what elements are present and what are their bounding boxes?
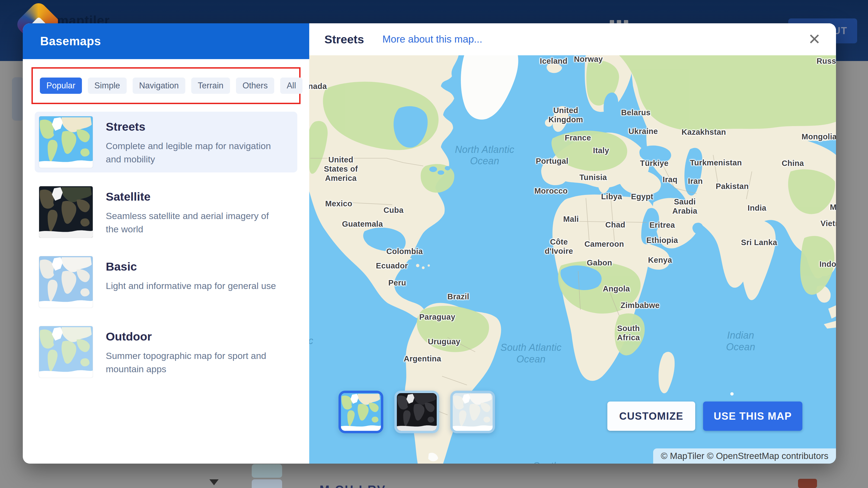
map-label: Mali: [563, 215, 579, 224]
close-icon[interactable]: ✕: [808, 32, 821, 47]
dialog-header: Basemaps: [23, 23, 309, 59]
map-label: France: [565, 133, 591, 142]
map-label: Norway: [574, 55, 603, 64]
map-preview-header: Streets More about this map... ✕: [309, 23, 836, 55]
outdoor-thumbnail: [39, 326, 93, 378]
background-map-thumbnail: [252, 479, 282, 488]
map-label: Egypt: [631, 192, 653, 201]
map-label: Canada: [309, 82, 327, 91]
map-label: Vietnam: [820, 219, 836, 228]
style-variant-light[interactable]: [450, 391, 495, 433]
map-label: China: [782, 158, 804, 167]
basemap-item-title: Streets: [106, 120, 279, 133]
map-label: Ukraine: [628, 127, 658, 136]
map-label: Indonesia: [819, 259, 836, 268]
map-label: Ma: [830, 202, 836, 212]
basemap-item-outdoor[interactable]: OutdoorSummer topographic map for sport …: [35, 322, 297, 382]
tab-all[interactable]: All: [280, 77, 303, 94]
satellite-thumbnail: [39, 186, 93, 238]
basemap-item-description: Summer topographic map for sport and mou…: [106, 349, 279, 376]
map-label: Mexico: [325, 199, 352, 208]
map-label: Iraq: [663, 175, 677, 184]
selected-basemap-title: Streets: [324, 33, 364, 46]
basemap-item-streets[interactable]: StreetsComplete and legible map for navi…: [35, 112, 297, 172]
basemap-item-satellite[interactable]: SatelliteSeamless satellite and aerial i…: [35, 182, 297, 242]
map-label: Tunisia: [579, 173, 607, 182]
map-label: Italy: [593, 146, 609, 155]
dialog-title: Basemaps: [40, 34, 101, 48]
map-label: Libya: [601, 192, 622, 201]
map-attribution[interactable]: © MapTiler © OpenStreetMap contributors: [653, 448, 836, 464]
map-label: United States of America: [324, 155, 358, 183]
map-label: Peru: [388, 278, 406, 287]
map-preview-panel: Streets More about this map... ✕: [309, 23, 836, 464]
style-variant-streets[interactable]: [339, 391, 383, 433]
annotation-red-box: PopularSimpleNavigationTerrainOthersAll: [31, 67, 301, 104]
basemaps-panel: Basemaps PopularSimpleNavigationTerrainO…: [23, 23, 309, 464]
more-about-link[interactable]: More about this map...: [382, 34, 482, 45]
tab-terrain[interactable]: Terrain: [191, 77, 230, 94]
map-label: Guatemala: [342, 219, 383, 229]
basemap-item-description: Complete and legible map for navigation …: [106, 139, 279, 166]
map-label: South Africa: [617, 324, 640, 342]
map-label: Russia: [816, 56, 836, 66]
map-label: Iran: [688, 176, 703, 186]
map-preview[interactable]: IcelandNorwayRussiaCanadaUnited KingdomB…: [309, 55, 836, 464]
basic-thumbnail: [39, 256, 93, 308]
background-dropdown-caret-icon: [209, 479, 219, 485]
basemap-item-description: Seamless satellite and aerial imagery of…: [106, 209, 279, 236]
map-label: Türkiye: [640, 158, 669, 167]
style-variant-row: [339, 391, 495, 433]
map-label: Sri Lanka: [741, 238, 777, 247]
background-map-thumbnail: [252, 464, 282, 478]
basemap-item-title: Basic: [106, 260, 276, 273]
basemaps-dialog: Basemaps PopularSimpleNavigationTerrainO…: [23, 23, 836, 464]
map-label: Colombia: [386, 247, 423, 256]
tab-others[interactable]: Others: [236, 77, 274, 94]
map-label: Pakistan: [716, 182, 749, 191]
basemap-item-title: Outdoor: [106, 330, 279, 343]
map-label: Chad: [605, 220, 625, 229]
map-label: Turkmenistan: [690, 158, 742, 167]
map-label: Belarus: [621, 108, 651, 117]
map-label: Ecuador: [376, 261, 408, 270]
map-label: Zimbabwe: [620, 301, 659, 310]
map-label: Angola: [603, 284, 630, 293]
page: maptiler UT M CH I RV Basemaps PopularSi…: [0, 0, 868, 488]
customize-button[interactable]: CUSTOMIZE: [607, 401, 695, 431]
map-label: Paraguay: [419, 312, 455, 322]
map-label: Cameroon: [585, 239, 624, 249]
map-label: Argentina: [404, 354, 441, 363]
background-card: [12, 77, 24, 121]
map-label: United Kingdom: [549, 106, 583, 124]
map-label: Saudi Arabia: [673, 197, 698, 216]
map-label: North Atlantic Ocean: [455, 144, 514, 167]
map-label: Uruguay: [428, 337, 460, 346]
map-label: Brazil: [447, 292, 469, 301]
basemap-item-basic[interactable]: BasicLight and informative map for gener…: [35, 252, 297, 312]
map-label: Iceland: [540, 56, 567, 66]
map-label: Mongolia: [802, 132, 836, 141]
tab-popular[interactable]: Popular: [40, 77, 82, 94]
map-label: Cuba: [383, 205, 404, 215]
map-label: Portugal: [536, 156, 568, 166]
streets-thumbnail: [39, 116, 93, 168]
map-label: Côte d'Ivoire: [545, 237, 573, 256]
map-label: Indian Ocean: [726, 330, 755, 353]
style-variant-dark[interactable]: [394, 391, 439, 433]
background-red-badge: [798, 479, 817, 488]
basemap-item-title: Satellite: [106, 190, 279, 203]
map-label: Kazakhstan: [681, 127, 726, 137]
basemap-item-description: Light and informative map for general us…: [106, 279, 276, 293]
map-label: c: [309, 335, 313, 346]
map-label: Eritrea: [649, 220, 675, 230]
map-label: Morocco: [534, 186, 568, 195]
background-list-item-title: M CH I RV: [319, 483, 386, 488]
map-label: Ethiopia: [646, 236, 678, 245]
tab-simple[interactable]: Simple: [88, 77, 127, 94]
tab-navigation[interactable]: Navigation: [133, 77, 185, 94]
map-label: Southern: [533, 460, 574, 464]
map-label: South Atlantic Ocean: [500, 342, 561, 365]
map-label: Gabon: [587, 258, 612, 267]
use-this-map-button[interactable]: USE THIS MAP: [703, 401, 802, 431]
